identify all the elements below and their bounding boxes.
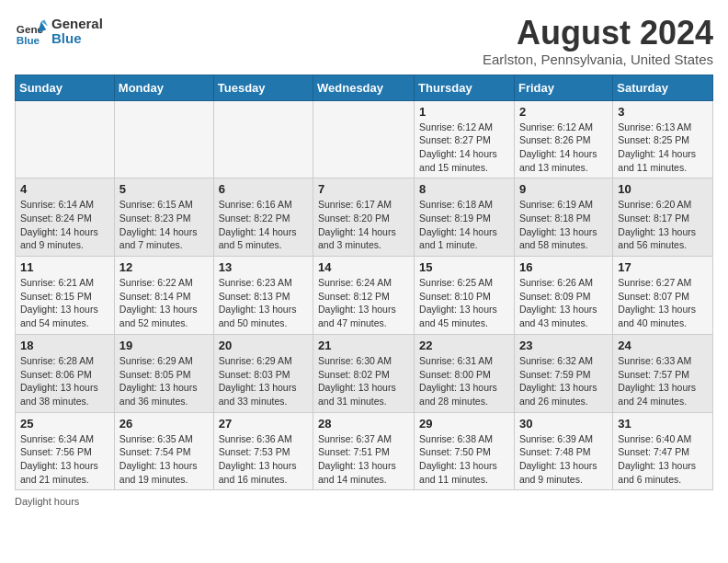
day-number: 17 <box>618 260 708 274</box>
day-detail: Sunrise: 6:30 AM Sunset: 8:02 PM Dayligh… <box>318 354 409 408</box>
day-number: 3 <box>618 105 708 119</box>
calendar-subtitle: Earlston, Pennsylvania, United States <box>483 52 713 67</box>
day-detail: Sunrise: 6:23 AM Sunset: 8:13 PM Dayligh… <box>219 276 308 330</box>
day-number: 16 <box>519 260 608 274</box>
day-number: 11 <box>20 260 109 274</box>
calendar-cell: 6Sunrise: 6:16 AM Sunset: 8:22 PM Daylig… <box>213 178 313 257</box>
footer-note: Daylight hours <box>15 496 713 507</box>
calendar-cell: 28Sunrise: 6:37 AM Sunset: 7:51 PM Dayli… <box>313 412 415 490</box>
day-detail: Sunrise: 6:13 AM Sunset: 8:25 PM Dayligh… <box>618 121 708 175</box>
calendar-cell: 1Sunrise: 6:12 AM Sunset: 8:27 PM Daylig… <box>415 100 515 178</box>
day-detail: Sunrise: 6:18 AM Sunset: 8:19 PM Dayligh… <box>419 198 509 252</box>
day-number: 6 <box>219 182 308 196</box>
day-detail: Sunrise: 6:33 AM Sunset: 7:57 PM Dayligh… <box>618 354 708 408</box>
calendar-cell: 27Sunrise: 6:36 AM Sunset: 7:53 PM Dayli… <box>213 412 313 490</box>
calendar-cell: 16Sunrise: 6:26 AM Sunset: 8:09 PM Dayli… <box>514 257 612 335</box>
day-number: 28 <box>318 417 409 431</box>
weekday-header-saturday: Saturday <box>613 75 713 100</box>
weekday-header-thursday: Thursday <box>415 75 515 100</box>
day-detail: Sunrise: 6:15 AM Sunset: 8:23 PM Dayligh… <box>119 198 209 252</box>
day-detail: Sunrise: 6:37 AM Sunset: 7:51 PM Dayligh… <box>318 432 409 487</box>
day-number: 22 <box>419 339 509 352</box>
day-number: 9 <box>519 182 608 196</box>
calendar-cell: 26Sunrise: 6:35 AM Sunset: 7:54 PM Dayli… <box>114 412 213 490</box>
day-number: 15 <box>419 260 509 274</box>
day-number: 23 <box>519 339 608 352</box>
day-number: 2 <box>519 105 608 119</box>
day-number: 12 <box>119 260 209 274</box>
day-detail: Sunrise: 6:25 AM Sunset: 8:10 PM Dayligh… <box>419 276 509 330</box>
day-number: 14 <box>318 260 409 274</box>
calendar-cell: 7Sunrise: 6:17 AM Sunset: 8:20 PM Daylig… <box>313 178 415 257</box>
day-number: 19 <box>119 339 209 352</box>
calendar-cell: 23Sunrise: 6:32 AM Sunset: 7:59 PM Dayli… <box>514 334 612 412</box>
calendar-cell <box>313 100 415 178</box>
calendar-cell: 17Sunrise: 6:27 AM Sunset: 8:07 PM Dayli… <box>613 257 713 335</box>
calendar-cell: 15Sunrise: 6:25 AM Sunset: 8:10 PM Dayli… <box>415 257 515 335</box>
calendar-cell: 3Sunrise: 6:13 AM Sunset: 8:25 PM Daylig… <box>613 100 713 178</box>
calendar-cell: 5Sunrise: 6:15 AM Sunset: 8:23 PM Daylig… <box>114 178 213 257</box>
weekday-header-monday: Monday <box>114 75 213 100</box>
day-number: 13 <box>219 260 308 274</box>
calendar-cell: 24Sunrise: 6:33 AM Sunset: 7:57 PM Dayli… <box>613 334 713 412</box>
day-detail: Sunrise: 6:32 AM Sunset: 7:59 PM Dayligh… <box>519 354 608 408</box>
calendar-cell: 12Sunrise: 6:22 AM Sunset: 8:14 PM Dayli… <box>114 257 213 335</box>
day-number: 7 <box>318 182 409 196</box>
day-detail: Sunrise: 6:36 AM Sunset: 7:53 PM Dayligh… <box>219 432 308 487</box>
calendar-cell: 8Sunrise: 6:18 AM Sunset: 8:19 PM Daylig… <box>415 178 515 257</box>
weekday-header-wednesday: Wednesday <box>313 75 415 100</box>
day-detail: Sunrise: 6:20 AM Sunset: 8:17 PM Dayligh… <box>618 198 708 252</box>
day-detail: Sunrise: 6:19 AM Sunset: 8:18 PM Dayligh… <box>519 198 608 252</box>
calendar-cell <box>213 100 313 178</box>
day-detail: Sunrise: 6:22 AM Sunset: 8:14 PM Dayligh… <box>119 276 209 330</box>
day-detail: Sunrise: 6:39 AM Sunset: 7:48 PM Dayligh… <box>519 432 608 487</box>
calendar-cell: 4Sunrise: 6:14 AM Sunset: 8:24 PM Daylig… <box>16 178 115 257</box>
calendar-cell: 11Sunrise: 6:21 AM Sunset: 8:15 PM Dayli… <box>16 257 115 335</box>
day-number: 30 <box>519 417 608 431</box>
day-detail: Sunrise: 6:31 AM Sunset: 8:00 PM Dayligh… <box>419 354 509 408</box>
logo-line1: General <box>51 17 103 32</box>
calendar-cell: 20Sunrise: 6:29 AM Sunset: 8:03 PM Dayli… <box>213 334 313 412</box>
day-number: 20 <box>219 339 308 352</box>
calendar-cell <box>114 100 213 178</box>
day-detail: Sunrise: 6:21 AM Sunset: 8:15 PM Dayligh… <box>20 276 109 330</box>
weekday-header-sunday: Sunday <box>16 75 115 100</box>
day-detail: Sunrise: 6:17 AM Sunset: 8:20 PM Dayligh… <box>318 198 409 252</box>
day-number: 8 <box>419 182 509 196</box>
day-number: 31 <box>618 417 708 431</box>
calendar-cell: 19Sunrise: 6:29 AM Sunset: 8:05 PM Dayli… <box>114 334 213 412</box>
calendar-cell: 22Sunrise: 6:31 AM Sunset: 8:00 PM Dayli… <box>415 334 515 412</box>
day-detail: Sunrise: 6:26 AM Sunset: 8:09 PM Dayligh… <box>519 276 608 330</box>
day-detail: Sunrise: 6:14 AM Sunset: 8:24 PM Dayligh… <box>20 198 109 252</box>
calendar-title: August 2024 <box>483 15 713 52</box>
day-detail: Sunrise: 6:40 AM Sunset: 7:47 PM Dayligh… <box>618 432 708 487</box>
day-number: 27 <box>219 417 308 431</box>
day-detail: Sunrise: 6:12 AM Sunset: 8:27 PM Dayligh… <box>419 121 509 175</box>
day-number: 29 <box>419 417 509 431</box>
calendar-cell: 25Sunrise: 6:34 AM Sunset: 7:56 PM Dayli… <box>16 412 115 490</box>
day-number: 26 <box>119 417 209 431</box>
day-detail: Sunrise: 6:29 AM Sunset: 8:05 PM Dayligh… <box>119 354 209 408</box>
calendar-cell: 10Sunrise: 6:20 AM Sunset: 8:17 PM Dayli… <box>613 178 713 257</box>
calendar-cell: 13Sunrise: 6:23 AM Sunset: 8:13 PM Dayli… <box>213 257 313 335</box>
calendar-cell: 9Sunrise: 6:19 AM Sunset: 8:18 PM Daylig… <box>514 178 612 257</box>
day-number: 5 <box>119 182 209 196</box>
calendar-cell: 21Sunrise: 6:30 AM Sunset: 8:02 PM Dayli… <box>313 334 415 412</box>
calendar-cell: 29Sunrise: 6:38 AM Sunset: 7:50 PM Dayli… <box>415 412 515 490</box>
day-number: 4 <box>20 182 109 196</box>
day-number: 18 <box>20 339 109 352</box>
title-area: August 2024 Earlston, Pennsylvania, Unit… <box>483 15 713 67</box>
day-number: 10 <box>618 182 708 196</box>
calendar-table: SundayMondayTuesdayWednesdayThursdayFrid… <box>15 75 713 491</box>
day-number: 24 <box>618 339 708 352</box>
logo: Gene Blue General Blue <box>15 15 103 48</box>
calendar-cell: 14Sunrise: 6:24 AM Sunset: 8:12 PM Dayli… <box>313 257 415 335</box>
day-detail: Sunrise: 6:12 AM Sunset: 8:26 PM Dayligh… <box>519 121 608 175</box>
calendar-cell: 2Sunrise: 6:12 AM Sunset: 8:26 PM Daylig… <box>514 100 612 178</box>
day-detail: Sunrise: 6:24 AM Sunset: 8:12 PM Dayligh… <box>318 276 409 330</box>
day-detail: Sunrise: 6:27 AM Sunset: 8:07 PM Dayligh… <box>618 276 708 330</box>
calendar-cell: 18Sunrise: 6:28 AM Sunset: 8:06 PM Dayli… <box>16 334 115 412</box>
day-detail: Sunrise: 6:35 AM Sunset: 7:54 PM Dayligh… <box>119 432 209 487</box>
day-detail: Sunrise: 6:16 AM Sunset: 8:22 PM Dayligh… <box>219 198 308 252</box>
calendar-cell: 31Sunrise: 6:40 AM Sunset: 7:47 PM Dayli… <box>613 412 713 490</box>
